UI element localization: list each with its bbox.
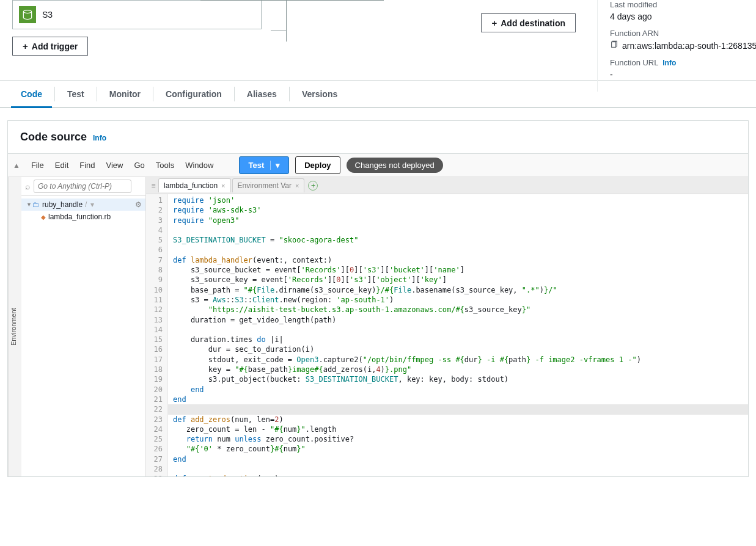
copy-icon[interactable] bbox=[610, 40, 618, 51]
tree-file[interactable]: ◆ lambda_function.rb bbox=[21, 211, 145, 223]
s3-icon bbox=[19, 6, 36, 23]
tab-list-icon[interactable]: ≡ bbox=[149, 181, 158, 190]
collapse-icon[interactable]: ▲ bbox=[13, 161, 20, 170]
gear-icon[interactable]: ⚙ bbox=[135, 200, 142, 209]
test-button[interactable]: Test▾ bbox=[239, 156, 289, 174]
connector bbox=[286, 0, 287, 31]
tab-configuration[interactable]: Configuration bbox=[156, 81, 232, 107]
panel-info-link[interactable]: Info bbox=[93, 134, 106, 142]
svg-rect-0 bbox=[612, 42, 616, 48]
last-modified-label: Last modified bbox=[610, 0, 756, 9]
function-arn-label: Function ARN bbox=[610, 29, 756, 38]
connector bbox=[271, 31, 287, 42]
add-trigger-button[interactable]: + Add trigger bbox=[12, 37, 88, 56]
add-destination-label: Add destination bbox=[501, 18, 565, 28]
trigger-label: S3 bbox=[42, 10, 53, 20]
close-icon[interactable]: × bbox=[221, 182, 225, 189]
menu-go[interactable]: Go bbox=[130, 157, 150, 173]
function-info-panel: Last modified 4 days ago Function ARN ar… bbox=[597, 0, 756, 92]
tab-versions[interactable]: Versions bbox=[292, 81, 347, 107]
tab-test[interactable]: Test bbox=[57, 81, 94, 107]
new-tab-button[interactable]: + bbox=[308, 181, 318, 191]
close-icon[interactable]: × bbox=[295, 182, 299, 189]
function-url-value: - bbox=[610, 70, 756, 79]
tree-folder-root[interactable]: ▼ 🗀 ruby_handle / ▾ ⚙ bbox=[21, 198, 145, 211]
plus-icon: + bbox=[23, 41, 28, 51]
tree-folder-label: ruby_handle bbox=[42, 200, 83, 209]
caret-down-icon[interactable]: ▾ bbox=[90, 200, 94, 209]
menu-file[interactable]: File bbox=[26, 157, 49, 173]
environment-sidebar-tab[interactable]: Environment bbox=[8, 177, 21, 476]
code-editor[interactable]: 1234567891011121314151617181920212223242… bbox=[146, 194, 748, 476]
last-modified-value: 4 days ago bbox=[610, 12, 756, 21]
cloud9-ide: ▲ FileEditFindViewGoToolsWindow Test▾ De… bbox=[8, 153, 748, 476]
editor-tab[interactable]: lambda_function× bbox=[158, 178, 231, 192]
caret-down-icon[interactable]: ▾ bbox=[270, 161, 280, 170]
menu-view[interactable]: View bbox=[101, 157, 128, 173]
trigger-s3[interactable]: S3 bbox=[12, 0, 262, 29]
menu-edit[interactable]: Edit bbox=[50, 157, 73, 173]
goto-anything-input[interactable] bbox=[34, 180, 131, 193]
tab-code[interactable]: Code bbox=[11, 81, 52, 107]
tree-file-label: lambda_function.rb bbox=[48, 213, 111, 221]
add-destination-button[interactable]: + Add destination bbox=[481, 13, 576, 32]
function-url-info-link[interactable]: Info bbox=[662, 59, 676, 67]
menu-find[interactable]: Find bbox=[75, 157, 100, 173]
search-icon[interactable]: ⌕ bbox=[25, 181, 30, 191]
folder-icon: 🗀 bbox=[32, 200, 40, 209]
menu-tools[interactable]: Tools bbox=[151, 157, 179, 173]
editor-tab[interactable]: Environment Var× bbox=[232, 178, 305, 192]
panel-title: Code source bbox=[20, 131, 87, 144]
tab-aliases[interactable]: Aliases bbox=[237, 81, 287, 107]
lambda-node-bottom bbox=[200, 0, 384, 1]
deploy-button[interactable]: Deploy bbox=[295, 156, 340, 174]
function-url-label: Function URL Info bbox=[610, 58, 756, 67]
file-navigator: ⌕ ▼ 🗀 ruby_handle / ▾ ⚙ ◆ lambda_functio… bbox=[21, 177, 146, 476]
function-arn-value: arn:aws:lambda:ap-south-1:268135008 bbox=[610, 40, 756, 51]
tab-monitor[interactable]: Monitor bbox=[100, 81, 150, 107]
add-trigger-label: Add trigger bbox=[32, 42, 78, 51]
ruby-file-icon: ◆ bbox=[41, 214, 46, 220]
deploy-status: Changes not deployed bbox=[347, 158, 443, 173]
arn-text: arn:aws:lambda:ap-south-1:268135008 bbox=[622, 41, 756, 51]
plus-icon: + bbox=[491, 18, 497, 28]
code-source-panel: Code source Info ▲ FileEditFindViewGoToo… bbox=[7, 120, 749, 477]
menu-window[interactable]: Window bbox=[180, 157, 218, 173]
